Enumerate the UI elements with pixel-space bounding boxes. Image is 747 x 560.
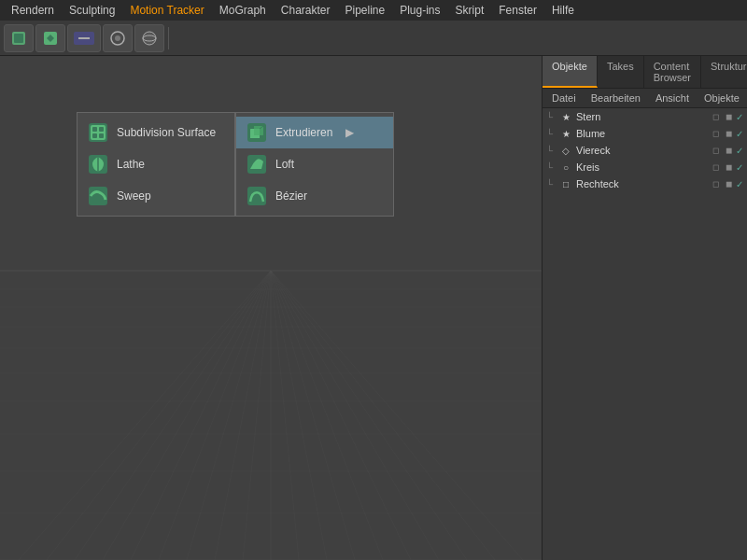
- ptb-bearbeiten[interactable]: Bearbeiten: [585, 91, 646, 105]
- menu-mograph[interactable]: MoGraph: [212, 2, 274, 19]
- object-row-viereck[interactable]: └ ◇ Viereck ◻ ◼ ✓: [543, 142, 747, 159]
- rechteck-shape-icon: □: [559, 177, 572, 190]
- menu-hilfe[interactable]: Hilfe: [544, 2, 582, 19]
- kreis-icon-1: ◻: [710, 162, 721, 172]
- kreis-shape-icon: ○: [559, 161, 572, 174]
- menu-subdivision-surface[interactable]: Subdivision Surface: [78, 117, 234, 148]
- menu-plugins[interactable]: Plug-ins: [392, 2, 447, 19]
- dropdown-right-column: Extrudieren ▶ Loft: [235, 112, 394, 217]
- menu-skript[interactable]: Skript: [448, 2, 492, 19]
- extrude-icon: [246, 121, 268, 144]
- rechteck-check: ✓: [736, 179, 743, 189]
- dropdown-left-column: Subdivision Surface Lathe: [77, 112, 235, 217]
- obj-indent-1: └: [546, 112, 557, 122]
- menu-rendern[interactable]: Rendern: [4, 2, 62, 19]
- blume-check: ✓: [736, 129, 743, 139]
- main-layout: Subdivision Surface Lathe: [0, 56, 747, 560]
- svg-rect-57: [247, 187, 266, 205]
- svg-rect-47: [99, 133, 104, 138]
- menu-pipeline[interactable]: Pipeline: [337, 2, 392, 19]
- subdiv-label: Subdivision Surface: [117, 126, 216, 139]
- panel-tabs: Objekte Takes Content Browser Struktur: [543, 56, 747, 89]
- menu-lathe[interactable]: Lathe: [78, 148, 234, 180]
- stern-icon-1: ◻: [710, 112, 721, 121]
- stern-check: ✓: [736, 112, 743, 122]
- blume-actions: ◻ ◼ ✓: [710, 129, 743, 139]
- obj-indent-3: └: [546, 146, 557, 156]
- stern-name: Stern: [576, 111, 708, 122]
- viewport[interactable]: Subdivision Surface Lathe: [0, 56, 542, 560]
- viereck-icon-1: ◻: [710, 146, 721, 155]
- svg-point-7: [143, 32, 156, 45]
- panel-toolbar: Datei Bearbeiten Ansicht Objekte Tags Le…: [543, 89, 747, 108]
- lathe-icon: [87, 153, 109, 175]
- stern-shape-icon: ★: [559, 110, 572, 123]
- menu-fenster[interactable]: Fenster: [491, 2, 544, 19]
- toolbar: [0, 21, 747, 56]
- ptb-datei[interactable]: Datei: [546, 91, 582, 105]
- tab-takes[interactable]: Takes: [598, 56, 644, 88]
- menu-motion-tracker[interactable]: Motion Tracker: [122, 2, 211, 19]
- lathe-label: Lathe: [117, 158, 145, 171]
- obj-indent-5: └: [546, 179, 557, 189]
- blume-icon-1: ◻: [710, 129, 721, 138]
- kreis-actions: ◻ ◼ ✓: [710, 162, 743, 173]
- rechteck-icon-2: ◼: [723, 179, 734, 189]
- right-panel: Objekte Takes Content Browser Struktur D…: [542, 56, 747, 560]
- svg-rect-44: [92, 127, 97, 132]
- blume-icon-2: ◼: [723, 129, 734, 138]
- viereck-name: Viereck: [576, 145, 708, 156]
- stern-icon-2: ◼: [723, 112, 734, 121]
- kreis-check: ✓: [736, 162, 743, 173]
- object-row-rechteck[interactable]: └ □ Rechteck ◻ ◼ ✓: [543, 175, 747, 192]
- svg-rect-46: [92, 133, 97, 138]
- toolbar-btn-2[interactable]: [35, 24, 65, 52]
- viereck-check: ✓: [736, 146, 743, 156]
- menu-charakter[interactable]: Charakter: [274, 2, 338, 19]
- dropdown-menu: Subdivision Surface Lathe: [77, 112, 394, 217]
- menu-loft[interactable]: Loft: [236, 148, 393, 180]
- bezier-label: Bézier: [275, 189, 307, 203]
- toolbar-btn-4[interactable]: [103, 24, 133, 52]
- ptb-objekte[interactable]: Objekte: [698, 91, 745, 105]
- toolbar-btn-3[interactable]: [67, 24, 101, 52]
- svg-rect-1: [14, 34, 23, 43]
- svg-rect-45: [99, 127, 104, 132]
- toolbar-btn-1[interactable]: [4, 24, 34, 52]
- toolbar-sep-1: [168, 27, 169, 49]
- loft-label: Loft: [275, 158, 294, 171]
- tab-content-browser[interactable]: Content Browser: [644, 56, 701, 88]
- viereck-icon-2: ◼: [723, 146, 734, 155]
- bezier-icon: [246, 185, 268, 207]
- object-list: └ ★ Stern ◻ ◼ ✓ └ ★ Blume ◻ ◼ ✓: [543, 108, 747, 560]
- svg-point-6: [115, 35, 120, 41]
- object-row-blume[interactable]: └ ★ Blume ◻ ◼ ✓: [543, 125, 747, 142]
- sweep-icon: [87, 185, 109, 207]
- viereck-shape-icon: ◇: [559, 144, 572, 157]
- rechteck-icon-1: ◻: [710, 179, 721, 189]
- menu-extrudieren[interactable]: Extrudieren ▶: [236, 117, 393, 148]
- loft-icon: [246, 153, 268, 175]
- rechteck-name: Rechteck: [576, 178, 708, 189]
- subdiv-icon: [87, 121, 109, 144]
- menu-sweep[interactable]: Sweep: [78, 180, 234, 212]
- menu-bezier[interactable]: Bézier: [236, 180, 393, 212]
- sweep-label: Sweep: [117, 189, 151, 203]
- ptb-ansicht[interactable]: Ansicht: [650, 91, 695, 105]
- menubar: Rendern Sculpting Motion Tracker MoGraph…: [0, 0, 747, 21]
- toolbar-btn-5[interactable]: [134, 24, 164, 52]
- tab-objekte[interactable]: Objekte: [543, 56, 598, 88]
- object-row-kreis[interactable]: └ ○ Kreis ◻ ◼ ✓: [543, 159, 747, 175]
- stern-actions: ◻ ◼ ✓: [710, 112, 743, 122]
- blume-name: Blume: [576, 128, 708, 139]
- menu-sculpting[interactable]: Sculpting: [62, 2, 122, 19]
- rechteck-actions: ◻ ◼ ✓: [710, 179, 743, 189]
- tab-struktur[interactable]: Struktur: [701, 56, 747, 88]
- cursor-indicator: ▶: [345, 126, 354, 139]
- object-row-stern[interactable]: └ ★ Stern ◻ ◼ ✓: [543, 108, 747, 125]
- kreis-icon-2: ◼: [723, 162, 734, 172]
- obj-indent-2: └: [546, 129, 557, 139]
- kreis-name: Kreis: [576, 161, 708, 173]
- viereck-actions: ◻ ◼ ✓: [710, 146, 743, 156]
- extrude-label: Extrudieren: [275, 126, 332, 139]
